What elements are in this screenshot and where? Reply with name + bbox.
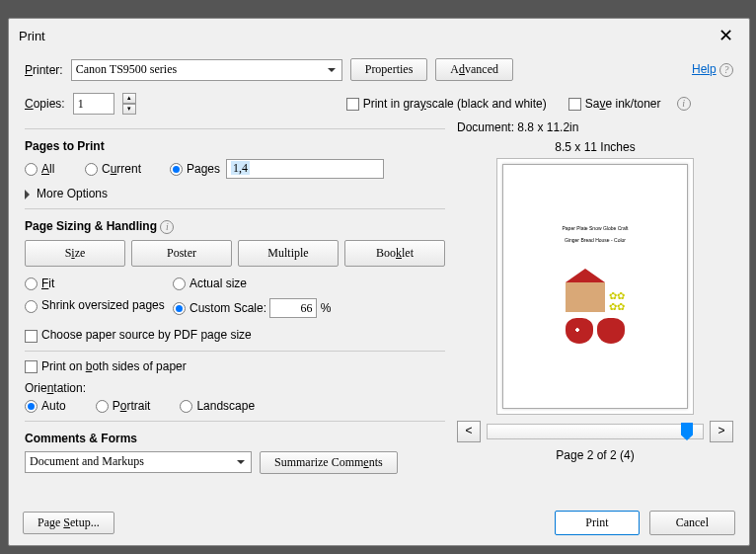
all-radio[interactable]: [25, 163, 38, 176]
custom-scale-radio[interactable]: [173, 302, 186, 315]
house-icon: [566, 282, 605, 312]
preview-doc-title: Paper Plate Snow Globe Craft: [563, 225, 629, 231]
fit-label: Fit: [41, 277, 54, 290]
house-roof-icon: [566, 249, 605, 282]
pages-label: Pages: [187, 162, 220, 176]
sizing-info-icon[interactable]: i: [160, 220, 174, 234]
percent-label: %: [321, 301, 332, 315]
preview-page: Paper Plate Snow Globe Craft Ginger Brea…: [502, 164, 688, 409]
all-label: All: [41, 162, 54, 176]
portrait-radio[interactable]: [96, 400, 109, 413]
portrait-label: Portrait: [113, 399, 151, 413]
cancel-button[interactable]: Cancel: [649, 511, 735, 535]
next-page-button[interactable]: >: [710, 421, 733, 442]
auto-radio[interactable]: [25, 400, 38, 413]
title-bar: Print ✕: [9, 19, 749, 52]
shrink-label: Shrink oversized pages: [41, 298, 165, 312]
multiple-tab[interactable]: Multiple: [238, 240, 339, 267]
landscape-label: Landscape: [196, 399, 255, 413]
comments-heading: Comments & Forms: [25, 432, 445, 445]
bow-icon: [566, 318, 625, 348]
page-setup-button[interactable]: Page Setup...: [23, 512, 114, 534]
pages-to-print-heading: Pages to Print: [25, 139, 445, 153]
document-size-label: Document: 8.8 x 11.2in: [457, 120, 733, 134]
pages-input[interactable]: 1,4: [226, 159, 384, 179]
preview-doc-subtitle: Ginger Bread House - Color: [565, 237, 626, 243]
spin-down-icon[interactable]: ▾: [122, 104, 136, 115]
advanced-button[interactable]: Advanced: [435, 58, 513, 81]
bothsides-checkbox[interactable]: [25, 360, 38, 373]
grayscale-checkbox[interactable]: [346, 98, 359, 111]
prev-page-button[interactable]: <: [457, 421, 481, 442]
spin-up-icon[interactable]: ▴: [122, 93, 136, 104]
actual-label: Actual size: [189, 277, 247, 290]
orientation-label: Orientation:: [25, 381, 445, 395]
expand-icon[interactable]: [25, 190, 35, 199]
help-icon[interactable]: ?: [719, 63, 733, 77]
sizing-heading: Page Sizing & Handling: [25, 219, 157, 233]
dialog-title: Print: [19, 29, 45, 43]
more-options[interactable]: More Options: [37, 187, 108, 200]
saveink-checkbox[interactable]: [568, 98, 581, 111]
print-dialog: Print ✕ Printer: Canon TS9500 series Pro…: [8, 18, 750, 546]
slider-thumb[interactable]: [681, 423, 693, 440]
bothsides-label: Print on both sides of paper: [41, 359, 187, 373]
properties-button[interactable]: Properties: [350, 58, 428, 81]
custom-scale-label: Custom Scale:: [189, 301, 266, 315]
grayscale-label: Print in grayscale (black and white): [363, 97, 547, 111]
auto-label: Auto: [41, 399, 66, 413]
help-link[interactable]: Help: [692, 62, 717, 76]
fit-radio[interactable]: [25, 277, 38, 290]
papersource-checkbox[interactable]: [25, 330, 38, 343]
papersource-label: Choose paper source by PDF page size: [41, 328, 252, 342]
copies-spinner[interactable]: ▴▾: [122, 93, 136, 115]
shrink-radio[interactable]: [25, 300, 38, 313]
saveink-label: Save ink/toner: [585, 97, 661, 111]
paper-size-label: 8.5 x 11 Inches: [457, 140, 733, 154]
current-label: Current: [102, 162, 141, 176]
printer-select[interactable]: Canon TS9500 series: [71, 59, 342, 81]
preview-panel: Paper Plate Snow Globe Craft Ginger Brea…: [496, 158, 694, 415]
decoration-icons: ✿✿✿✿: [609, 290, 625, 312]
booklet-tab[interactable]: Booklet: [344, 240, 445, 267]
comments-select[interactable]: Document and Markups: [25, 451, 252, 473]
pages-radio[interactable]: [170, 163, 183, 176]
summarize-button[interactable]: Summarize Comments: [260, 451, 398, 474]
copies-label: Copies:: [25, 97, 65, 111]
page-status: Page 2 of 2 (4): [457, 448, 733, 462]
size-tab[interactable]: Size: [25, 240, 125, 267]
printer-label: Printer:: [25, 63, 63, 77]
poster-tab[interactable]: Poster: [131, 240, 232, 267]
close-icon[interactable]: ✕: [713, 25, 739, 46]
saveink-info-icon[interactable]: i: [677, 97, 691, 111]
print-button[interactable]: Print: [555, 511, 639, 535]
landscape-radio[interactable]: [180, 400, 192, 413]
actual-radio[interactable]: [173, 277, 186, 290]
page-slider[interactable]: [487, 424, 704, 439]
current-radio[interactable]: [85, 163, 98, 176]
scale-input[interactable]: [269, 298, 317, 318]
copies-input[interactable]: [73, 93, 114, 115]
